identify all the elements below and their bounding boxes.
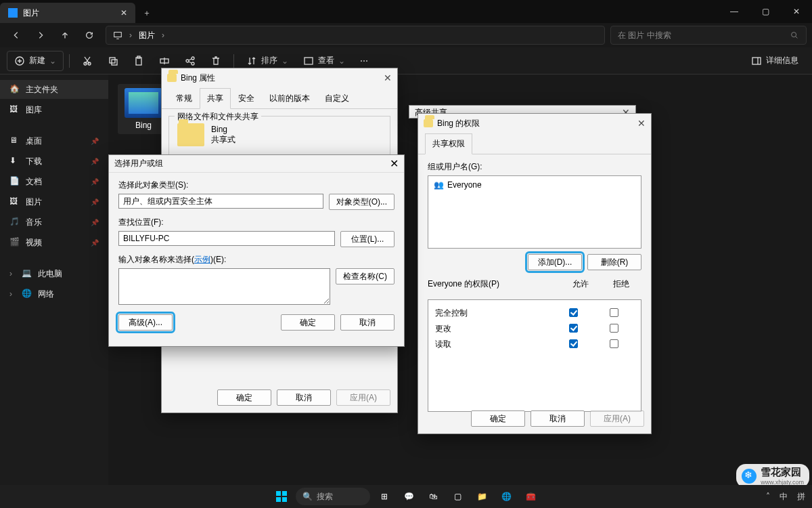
- taskbar-search[interactable]: 🔍搜索: [296, 488, 370, 505]
- sidebar: 🏠主文件夹 🖼图库 🖥桌面📌 ⬇下载📌 📄文档📌 🖼图片📌 🎵音乐📌 🎬视频📌 …: [0, 75, 108, 490]
- windows-icon: [275, 490, 288, 503]
- locations-button[interactable]: 位置(L)...: [340, 231, 394, 247]
- task-view-button[interactable]: ⊞: [374, 486, 394, 507]
- check-names-button[interactable]: 检查名称(C): [336, 268, 394, 284]
- ok-button[interactable]: 确定: [281, 314, 335, 331]
- apply-button[interactable]: 应用(A): [590, 410, 644, 427]
- sidebar-item-videos[interactable]: 🎬视频📌: [0, 233, 108, 252]
- add-button[interactable]: 添加(D)...: [528, 254, 582, 270]
- taskbar-app[interactable]: ▢: [447, 486, 468, 507]
- dialog-title: Bing 的权限: [437, 118, 480, 129]
- object-names-input[interactable]: [118, 268, 330, 305]
- copy-button[interactable]: [101, 51, 125, 71]
- cut-button[interactable]: [75, 51, 99, 71]
- taskbar-explorer[interactable]: 📁: [472, 486, 492, 507]
- list-item[interactable]: 👥 Everyone: [431, 179, 638, 191]
- users-listbox[interactable]: 👥 Everyone: [428, 175, 641, 249]
- sidebar-item-network[interactable]: ›🌐网络: [0, 284, 108, 303]
- refresh-button[interactable]: [78, 26, 100, 45]
- object-types-button[interactable]: 对象类型(O)...: [329, 194, 394, 210]
- cancel-button[interactable]: 取消: [340, 314, 394, 331]
- new-button[interactable]: 新建 ⌄: [7, 51, 64, 71]
- tab-customize[interactable]: 自定义: [317, 88, 357, 109]
- paste-button[interactable]: [127, 51, 151, 71]
- forward-button[interactable]: [30, 26, 51, 45]
- desktop-icon: 🖥: [9, 135, 20, 146]
- tab-previous-versions[interactable]: 以前的版本: [262, 88, 317, 109]
- snowflake-logo-icon: [742, 469, 757, 484]
- allow-checkbox[interactable]: [569, 324, 578, 333]
- deny-header: 拒绝: [601, 278, 641, 290]
- breadcrumb[interactable]: › 图片 ›: [106, 26, 605, 45]
- permissions-dialog: Bing 的权限 ✕ 共享权限 组或用户名(G): 👥 Everyone 添加(…: [418, 113, 652, 434]
- watermark-name: 雪花家园: [761, 466, 804, 479]
- pin-icon: 📌: [91, 239, 99, 247]
- breadcrumb-segment[interactable]: 图片: [139, 30, 155, 41]
- dialog-titlebar[interactable]: 选择用户或组 ✕: [109, 155, 404, 173]
- allow-checkbox[interactable]: [569, 339, 578, 348]
- dialog-titlebar[interactable]: Bing 属性 ✕: [162, 68, 397, 87]
- explorer-tab[interactable]: 图片 ✕: [0, 3, 135, 23]
- remove-button[interactable]: 删除(R): [587, 254, 641, 270]
- close-icon[interactable]: ✕: [384, 72, 392, 83]
- svg-point-11: [186, 60, 189, 62]
- sidebar-item-documents[interactable]: 📄文档📌: [0, 172, 108, 191]
- document-icon: 📄: [9, 176, 20, 187]
- dialog-tabs: 常规 共享 安全 以前的版本 自定义: [162, 87, 397, 109]
- sidebar-item-desktop[interactable]: 🖥桌面📌: [0, 131, 108, 150]
- taskbar-app[interactable]: 🛍: [423, 486, 443, 507]
- close-icon[interactable]: ✕: [637, 118, 646, 129]
- ime-indicator[interactable]: 中: [780, 491, 788, 503]
- deny-checkbox[interactable]: [610, 308, 618, 317]
- ok-button[interactable]: 确定: [217, 389, 271, 406]
- cancel-button[interactable]: 取消: [531, 410, 585, 427]
- taskbar-app[interactable]: 🧰: [520, 486, 541, 507]
- svg-rect-16: [282, 491, 287, 496]
- sidebar-item-thispc[interactable]: ›💻此电脑: [0, 264, 108, 283]
- tab-title: 图片: [23, 7, 39, 19]
- deny-checkbox[interactable]: [610, 339, 618, 348]
- apply-button[interactable]: 应用(A): [336, 389, 390, 406]
- ok-button[interactable]: 确定: [471, 410, 525, 427]
- tray-chevron-icon[interactable]: ˄: [766, 492, 770, 501]
- advanced-button[interactable]: 高级(A)...: [118, 314, 173, 331]
- tab-general[interactable]: 常规: [168, 88, 200, 109]
- pin-icon: 📌: [91, 158, 99, 165]
- ime-mode[interactable]: 拼: [797, 491, 805, 503]
- examples-link[interactable]: 示例: [194, 255, 210, 264]
- svg-rect-15: [276, 491, 281, 496]
- close-tab-icon[interactable]: ✕: [120, 8, 127, 18]
- names-label: 输入对象名称来选择(示例)(E):: [118, 254, 394, 266]
- tab-security[interactable]: 安全: [231, 88, 262, 109]
- details-icon: [751, 56, 762, 66]
- taskbar-app[interactable]: 💬: [399, 486, 419, 507]
- monitor-icon: [113, 30, 122, 40]
- search-icon: 🔍: [302, 492, 313, 501]
- back-button[interactable]: [5, 26, 27, 45]
- sidebar-item-music[interactable]: 🎵音乐📌: [0, 213, 108, 232]
- details-button[interactable]: 详细信息: [744, 51, 805, 71]
- cancel-button[interactable]: 取消: [277, 389, 331, 406]
- taskbar-edge[interactable]: 🌐: [496, 486, 516, 507]
- permissions-label: Everyone 的权限(P): [428, 278, 560, 290]
- deny-checkbox[interactable]: [610, 324, 618, 333]
- start-button[interactable]: [271, 486, 292, 507]
- tab-share-permissions[interactable]: 共享权限: [425, 133, 472, 154]
- maximize-button[interactable]: ▢: [750, 0, 781, 23]
- close-button[interactable]: ✕: [781, 0, 812, 23]
- object-type-label: 选择此对象类型(S):: [118, 179, 394, 191]
- allow-checkbox[interactable]: [569, 308, 578, 317]
- close-icon[interactable]: ✕: [390, 157, 399, 170]
- sidebar-item-pictures[interactable]: 🖼图片📌: [0, 192, 108, 211]
- system-tray[interactable]: ˄ 中 拼: [766, 491, 805, 503]
- minimize-button[interactable]: —: [719, 0, 750, 23]
- dialog-titlebar[interactable]: Bing 的权限 ✕: [418, 114, 651, 133]
- nav-bar: › 图片 › 在 图片 中搜索: [0, 23, 812, 47]
- tab-sharing[interactable]: 共享: [200, 88, 231, 109]
- sidebar-item-home[interactable]: 🏠主文件夹: [0, 80, 108, 99]
- sidebar-item-downloads[interactable]: ⬇下载📌: [0, 152, 108, 171]
- new-tab-button[interactable]: ＋: [135, 3, 158, 23]
- sidebar-item-gallery[interactable]: 🖼图库: [0, 100, 108, 119]
- up-button[interactable]: [54, 26, 76, 45]
- search-input[interactable]: 在 图片 中搜索: [610, 26, 807, 45]
